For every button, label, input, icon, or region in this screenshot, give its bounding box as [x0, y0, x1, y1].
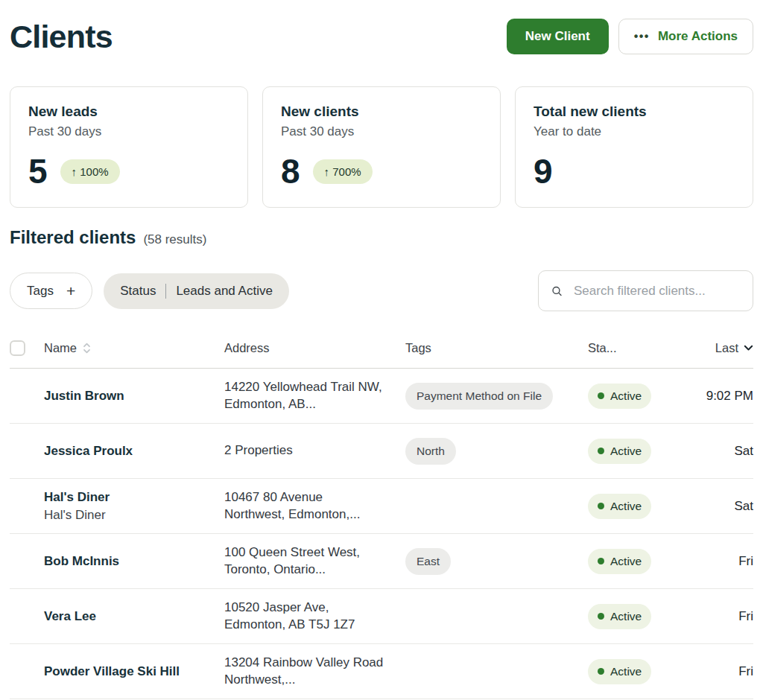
status-label: Active: [610, 389, 642, 403]
table-row[interactable]: Justin Brown 14220 Yellowhead Trail NW, …: [10, 369, 753, 424]
status-filter-label: Status: [120, 284, 156, 299]
search-input[interactable]: [572, 283, 740, 299]
status-badge: Active: [588, 384, 651, 409]
stat-subtitle: Past 30 days: [28, 124, 229, 139]
client-address: 100 Queen Street West, Toronto, Ontario.…: [224, 544, 384, 578]
stat-card-new-leads: New leads Past 30 days 5 ↑ 100%: [10, 86, 248, 208]
stat-card-new-clients: New clients Past 30 days 8 ↑ 700%: [262, 86, 501, 208]
client-tag: East: [405, 548, 451, 575]
stat-title: New leads: [28, 104, 229, 120]
last-activity: Sat: [734, 444, 753, 459]
more-actions-button[interactable]: ••• More Actions: [618, 19, 753, 54]
search-filtered-clients[interactable]: [538, 270, 753, 311]
client-name: Jessica Proulx: [44, 444, 133, 459]
client-name: Hal's Diner: [44, 490, 110, 505]
new-client-button[interactable]: New Client: [507, 19, 609, 54]
header-actions: New Client ••• More Actions: [507, 19, 753, 54]
stat-subtitle: Past 30 days: [281, 124, 482, 139]
client-address: 14220 Yellowhead Trail NW, Edmonton, AB.…: [224, 379, 384, 413]
stat-trend-badge: ↑ 700%: [313, 159, 373, 184]
column-header-status[interactable]: Sta...: [588, 341, 668, 355]
status-label: Active: [610, 665, 642, 678]
table-header: Name Address Tags Sta... Last: [10, 328, 753, 369]
stat-trend-badge: ↑ 100%: [60, 159, 120, 184]
filter-bar: Tags + Status Leads and Active: [10, 270, 753, 311]
status-badge: Active: [588, 659, 651, 684]
status-label: Active: [610, 555, 642, 568]
last-activity: Sat: [734, 499, 753, 514]
column-header-tags[interactable]: Tags: [405, 341, 588, 355]
status-label: Active: [610, 610, 642, 623]
status-dot-icon: [598, 613, 604, 620]
table-row[interactable]: Powder Village Ski Hill 13204 Rainbow Va…: [10, 644, 753, 699]
status-badge: Active: [588, 604, 651, 629]
stat-card-total-new-clients: Total new clients Year to date 9: [515, 86, 753, 208]
section-title: Filtered clients: [10, 227, 136, 248]
table-row[interactable]: Hal's Diner Hal's Diner 10467 80 Avenue …: [10, 479, 753, 534]
ellipsis-icon: •••: [634, 31, 650, 42]
status-filter-value: Leads and Active: [176, 284, 272, 299]
more-actions-label: More Actions: [658, 29, 738, 44]
last-activity: Fri: [738, 554, 753, 569]
client-tag: North: [405, 438, 456, 465]
stat-value: 8: [281, 154, 300, 188]
stat-subtitle: Year to date: [534, 124, 735, 139]
status-label: Active: [610, 500, 642, 513]
stats-row: New leads Past 30 days 5 ↑ 100% New clie…: [10, 86, 753, 208]
column-header-address[interactable]: Address: [224, 341, 405, 355]
status-dot-icon: [598, 558, 604, 564]
table-row[interactable]: Vera Lee 10520 Jasper Ave, Edmonton, AB …: [10, 589, 753, 644]
status-dot-icon: [598, 392, 604, 399]
last-activity: Fri: [738, 664, 753, 679]
status-dot-icon: [598, 503, 604, 509]
stat-title: Total new clients: [534, 104, 735, 120]
results-count: (58 results): [143, 232, 206, 247]
filtered-clients-heading: Filtered clients (58 results): [10, 227, 753, 248]
status-badge: Active: [588, 494, 651, 519]
client-name: Justin Brown: [44, 389, 124, 404]
last-activity: Fri: [738, 609, 753, 624]
status-dot-icon: [598, 668, 604, 675]
client-name: Powder Village Ski Hill: [44, 664, 180, 679]
client-address: 10520 Jasper Ave, Edmonton, AB T5J 1Z7: [224, 599, 384, 633]
plus-icon: +: [66, 283, 75, 299]
column-header-name[interactable]: Name: [44, 341, 224, 355]
stat-value: 9: [534, 154, 553, 188]
table-row[interactable]: Bob McInnis 100 Queen Street West, Toron…: [10, 534, 753, 589]
sort-desc-icon: [744, 345, 753, 351]
select-all-checkbox[interactable]: [10, 340, 25, 356]
clients-page: Clients New Client ••• More Actions New …: [0, 0, 763, 699]
page-title: Clients: [10, 19, 113, 55]
client-company: Hal's Diner: [44, 508, 106, 523]
client-tag: Payment Method on File: [405, 383, 553, 410]
client-address: 13204 Rainbow Valley Road Northwest,...: [224, 655, 384, 688]
page-header: Clients New Client ••• More Actions: [10, 15, 753, 58]
tags-filter-label: Tags: [27, 284, 54, 299]
status-dot-icon: [598, 448, 604, 454]
status-badge: Active: [588, 439, 651, 464]
search-icon: [551, 283, 563, 299]
client-address: 2 Properties: [224, 442, 384, 459]
sort-both-icon: [83, 342, 91, 354]
stat-value: 5: [28, 154, 48, 188]
table-row[interactable]: Jessica Proulx 2 Properties North Active…: [10, 424, 753, 479]
status-filter-pill[interactable]: Status Leads and Active: [104, 273, 289, 309]
table-body: Justin Brown 14220 Yellowhead Trail NW, …: [10, 369, 753, 699]
column-header-last[interactable]: Last: [668, 341, 753, 355]
status-badge: Active: [588, 549, 651, 574]
client-name: Vera Lee: [44, 609, 96, 624]
status-label: Active: [610, 445, 642, 458]
client-name: Bob McInnis: [44, 554, 119, 569]
tags-filter-pill[interactable]: Tags +: [10, 273, 92, 309]
stat-title: New clients: [281, 104, 482, 120]
last-activity: 9:02 PM: [706, 389, 753, 404]
pill-divider: [165, 284, 166, 299]
client-address: 10467 80 Avenue Northwest, Edmonton,...: [224, 489, 384, 523]
